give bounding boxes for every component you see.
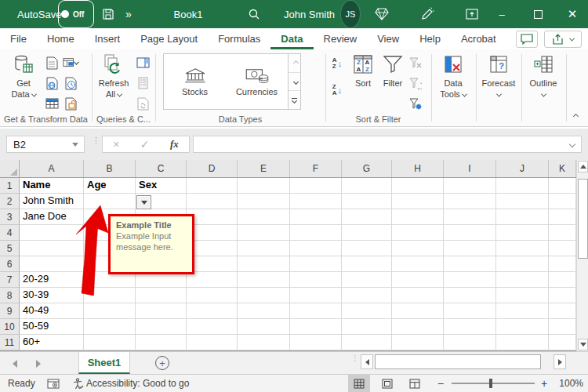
validation-dropdown-button[interactable] <box>136 195 151 209</box>
tab-file[interactable]: File <box>0 28 37 49</box>
cell-A11[interactable]: 60+ <box>20 335 84 350</box>
save-icon[interactable] <box>102 0 114 28</box>
cell-K1[interactable] <box>549 178 576 194</box>
row-header-6[interactable]: 6 <box>0 256 20 272</box>
queries-connections-icon[interactable] <box>135 55 151 71</box>
sort-button[interactable]: ZAAZ Sort <box>348 53 378 89</box>
user-name[interactable]: John Smith <box>284 0 335 28</box>
cell-F1[interactable] <box>290 178 342 194</box>
search-icon[interactable] <box>248 0 260 28</box>
column-header-C[interactable]: C <box>136 160 187 177</box>
cell-C1[interactable]: Sex <box>136 178 187 194</box>
cell-C8[interactable] <box>136 288 187 303</box>
new-sheet-button[interactable]: + <box>155 356 169 370</box>
cell-G4[interactable] <box>342 225 392 241</box>
cell-K2[interactable] <box>549 194 576 209</box>
zoom-slider-track[interactable] <box>452 383 535 384</box>
maximize-button[interactable] <box>528 0 547 28</box>
insert-function-button[interactable]: fx <box>170 138 179 151</box>
sort-ascending-button[interactable]: AZ↓ <box>329 56 345 71</box>
cell-F5[interactable] <box>290 241 342 256</box>
cell-A10[interactable]: 50-59 <box>20 319 84 335</box>
cell-K5[interactable] <box>549 241 576 256</box>
cell-I9[interactable] <box>444 303 496 319</box>
scroll-left-button[interactable] <box>361 354 373 369</box>
get-data-button[interactable]: Get Data <box>6 53 41 100</box>
cell-H1[interactable] <box>392 178 444 194</box>
page-break-view-button[interactable] <box>404 375 426 392</box>
more-commands-icon[interactable]: » <box>125 0 132 28</box>
cell-G9[interactable] <box>342 303 392 319</box>
cell-E8[interactable] <box>238 288 290 303</box>
user-avatar[interactable]: JS <box>340 0 361 28</box>
cell-H6[interactable] <box>392 256 444 272</box>
cell-H4[interactable] <box>392 225 444 241</box>
gallery-down-button[interactable] <box>289 73 300 92</box>
column-header-G[interactable]: G <box>342 160 392 177</box>
cell-I7[interactable] <box>444 272 496 288</box>
sheet-nav-left-icon[interactable] <box>13 360 17 368</box>
accessibility-icon[interactable] <box>72 375 84 392</box>
cell-I8[interactable] <box>444 288 496 303</box>
cell-J6[interactable] <box>496 256 549 272</box>
row-header-7[interactable]: 7 <box>0 272 20 288</box>
sheet-tab-sheet1[interactable]: Sheet1 <box>78 352 130 374</box>
reapply-filter-icon[interactable] <box>408 75 423 91</box>
properties-icon[interactable] <box>135 75 151 91</box>
cell-G11[interactable] <box>342 335 392 350</box>
column-header-E[interactable]: E <box>238 160 290 177</box>
from-text-csv-icon[interactable] <box>44 55 60 71</box>
cell-H10[interactable] <box>392 319 444 335</box>
close-button[interactable]: ✕ <box>563 0 582 28</box>
sort-descending-button[interactable]: ZA↓ <box>329 82 345 98</box>
column-header-D[interactable]: D <box>187 160 238 177</box>
cell-G1[interactable] <box>342 178 392 194</box>
cell-J10[interactable] <box>496 319 549 335</box>
cell-C7[interactable] <box>136 272 187 288</box>
cell-D9[interactable] <box>187 303 238 319</box>
cell-B11[interactable] <box>84 335 136 350</box>
cell-J7[interactable] <box>496 272 549 288</box>
cell-F6[interactable] <box>290 256 342 272</box>
cell-H5[interactable] <box>392 241 444 256</box>
cell-F3[interactable] <box>290 209 342 225</box>
tab-help[interactable]: Help <box>409 28 451 49</box>
cell-D7[interactable] <box>187 272 238 288</box>
column-header-J[interactable]: J <box>496 160 549 177</box>
minimize-button[interactable]: – <box>492 0 511 28</box>
cell-I4[interactable] <box>444 225 496 241</box>
zoom-level[interactable]: 100% <box>554 375 583 392</box>
row-header-11[interactable]: 11 <box>0 335 20 350</box>
column-header-F[interactable]: F <box>290 160 342 177</box>
scroll-down-button[interactable] <box>578 339 588 350</box>
horizontal-scroll-thumb[interactable] <box>375 354 541 369</box>
cell-E2[interactable] <box>238 194 290 209</box>
tab-home[interactable]: Home <box>37 28 85 49</box>
row-header-1[interactable]: 1 <box>0 178 20 194</box>
cell-J2[interactable] <box>496 194 549 209</box>
cell-K4[interactable] <box>549 225 576 241</box>
column-header-H[interactable]: H <box>392 160 444 177</box>
cell-J5[interactable] <box>496 241 549 256</box>
cell-F11[interactable] <box>290 335 342 350</box>
tab-view[interactable]: View <box>367 28 409 49</box>
cell-K10[interactable] <box>549 319 576 335</box>
row-header-5[interactable]: 5 <box>0 241 20 256</box>
formula-bar-splitter[interactable]: ⋮ <box>92 139 100 143</box>
cell-D2[interactable] <box>187 194 238 209</box>
ribbon-display-options-icon[interactable] <box>466 0 478 28</box>
filter-button[interactable]: Filter <box>379 53 406 89</box>
horizontal-scrollbar[interactable] <box>361 354 566 369</box>
cell-D10[interactable] <box>187 319 238 335</box>
comments-button[interactable] <box>516 31 538 48</box>
tab-review[interactable]: Review <box>314 28 368 49</box>
normal-view-button[interactable] <box>348 375 370 392</box>
cell-G2[interactable] <box>342 194 392 209</box>
cell-D8[interactable] <box>187 288 238 303</box>
row-header-2[interactable]: 2 <box>0 194 20 209</box>
horizontal-splitter[interactable]: ⋮ <box>351 356 359 361</box>
cell-E1[interactable] <box>238 178 290 194</box>
cell-B9[interactable] <box>84 303 136 319</box>
cell-C11[interactable] <box>136 335 187 350</box>
cell-A1[interactable]: Name <box>20 178 84 194</box>
